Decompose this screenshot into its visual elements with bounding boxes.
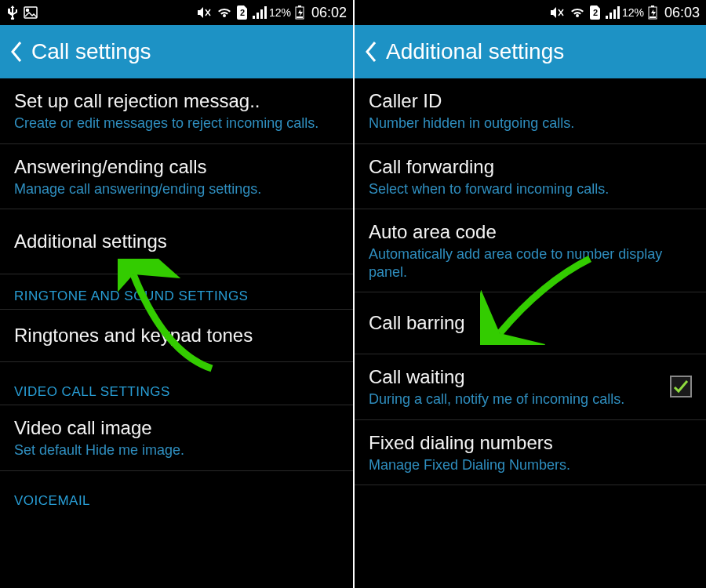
status-bar: 2 12% 06:02 — [0, 0, 353, 25]
section-ringtone: RINGTONE AND SOUND SETTINGS — [0, 274, 353, 310]
svg-rect-9 — [650, 16, 656, 18]
battery-percentage: 12% — [622, 6, 644, 19]
item-title: Answering/ending calls — [14, 155, 339, 179]
item-subtitle: Set default Hide me image. — [14, 441, 339, 459]
usb-icon — [6, 5, 19, 20]
battery-charging-icon — [648, 5, 657, 20]
header: Call settings — [0, 25, 353, 78]
item-caller-id[interactable]: Caller ID Number hidden in outgoing call… — [355, 78, 706, 144]
clock: 06:03 — [664, 5, 700, 21]
battery-percentage: 12% — [269, 6, 291, 19]
item-title: Ringtones and keypad tones — [14, 321, 339, 350]
svg-text:2: 2 — [240, 8, 245, 17]
item-call-waiting[interactable]: Call waiting During a call, notify me of… — [355, 354, 706, 420]
item-title: Caller ID — [369, 89, 692, 113]
item-ringtones-keypad[interactable]: Ringtones and keypad tones — [0, 310, 353, 362]
item-additional-settings[interactable]: Additional settings — [0, 209, 353, 274]
item-title: Call forwarding — [369, 155, 692, 179]
item-subtitle: Manage Fixed Dialing Numbers. — [369, 456, 692, 474]
svg-rect-4 — [298, 5, 301, 7]
clock: 06:02 — [311, 5, 347, 21]
screen-additional-settings: 2 12% 06:03 Additional settings Caller I… — [353, 0, 706, 588]
item-title: Call waiting — [369, 365, 664, 389]
item-call-barring[interactable]: Call barring — [355, 292, 706, 354]
item-subtitle: Automatically add area code to number di… — [369, 245, 692, 281]
back-icon[interactable] — [9, 40, 24, 64]
page-title: Call settings — [31, 39, 151, 64]
item-answering-ending[interactable]: Answering/ending calls Manage call answe… — [0, 144, 353, 210]
svg-rect-8 — [651, 5, 654, 7]
battery-charging-icon — [295, 5, 304, 20]
wifi-icon — [570, 6, 585, 19]
svg-point-1 — [27, 9, 29, 12]
signal-icon — [253, 6, 267, 19]
item-fixed-dialing[interactable]: Fixed dialing numbers Manage Fixed Diali… — [355, 420, 706, 486]
item-call-forwarding[interactable]: Call forwarding Select when to forward i… — [355, 144, 706, 210]
page-title: Additional settings — [386, 39, 564, 64]
screen-call-settings: 2 12% 06:02 Call settings Set up call re… — [0, 0, 353, 588]
item-subtitle: Number hidden in outgoing calls. — [369, 114, 692, 132]
settings-list: Caller ID Number hidden in outgoing call… — [355, 78, 706, 588]
item-title: Call barring — [369, 308, 692, 338]
wifi-icon — [217, 6, 232, 19]
item-video-call-image[interactable]: Video call image Set default Hide me ima… — [0, 405, 353, 471]
svg-rect-5 — [297, 16, 303, 18]
call-waiting-checkbox[interactable] — [670, 376, 692, 397]
item-title: Additional settings — [14, 227, 339, 256]
mute-icon — [195, 6, 213, 19]
section-video-call: VIDEO CALL SETTINGS — [0, 362, 353, 405]
status-bar: 2 12% 06:03 — [355, 0, 706, 25]
mute-icon — [548, 6, 566, 19]
svg-rect-0 — [24, 7, 37, 18]
item-subtitle: Create or edit messages to reject incomi… — [14, 114, 339, 132]
settings-list: Set up call rejection messag.. Create or… — [0, 78, 353, 588]
header: Additional settings — [355, 25, 706, 78]
item-title: Fixed dialing numbers — [369, 431, 692, 455]
svg-text:2: 2 — [593, 8, 598, 17]
back-icon[interactable] — [364, 40, 378, 64]
item-auto-area-code[interactable]: Auto area code Automatically add area co… — [355, 209, 706, 292]
item-subtitle: Select when to forward incoming calls. — [369, 180, 692, 198]
item-reject-messages[interactable]: Set up call rejection messag.. Create or… — [0, 78, 353, 144]
item-title: Set up call rejection messag.. — [14, 89, 339, 113]
item-subtitle: Manage call answering/ending settings. — [14, 180, 339, 198]
item-title: Auto area code — [369, 220, 692, 244]
signal-icon — [606, 6, 620, 19]
sim-icon: 2 — [589, 5, 602, 20]
item-subtitle: During a call, notify me of incoming cal… — [369, 390, 664, 408]
picture-icon — [24, 6, 38, 19]
item-title: Video call image — [14, 416, 339, 440]
sim-icon: 2 — [236, 5, 249, 20]
section-voicemail: VOICEMAIL — [0, 471, 353, 514]
